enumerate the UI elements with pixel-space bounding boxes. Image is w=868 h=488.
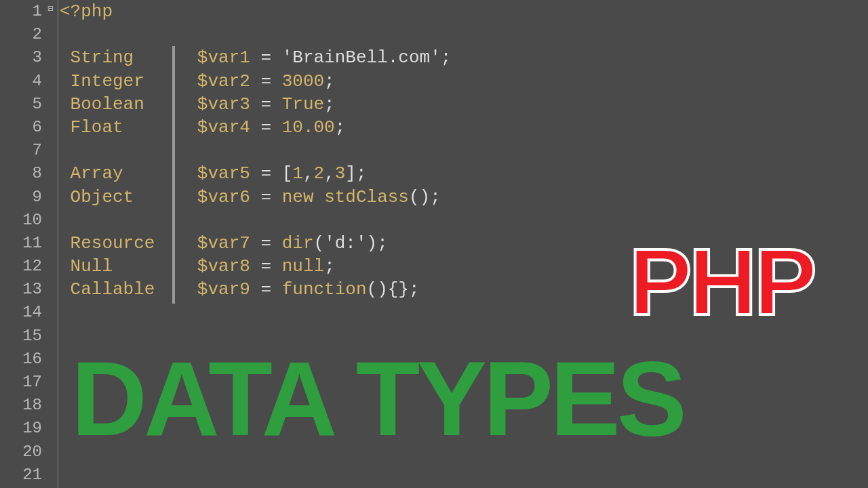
line-number: 5 — [0, 93, 49, 116]
line-number: 7 — [0, 139, 49, 162]
fold-column: ⊟ — [49, 0, 58, 488]
line-number: 17 — [0, 371, 49, 394]
line-number: 16 — [0, 348, 49, 371]
line-number: 1 — [0, 0, 49, 23]
vertical-divider — [172, 46, 175, 304]
code-line: <?php — [60, 0, 868, 23]
overlay-title-php: PHP — [629, 227, 814, 337]
code-line: Array $var5 = [1,2,3]; — [60, 162, 868, 185]
line-number: 18 — [0, 394, 49, 417]
line-gutter: 1 2 3 4 5 6 7 8 9 10 11 12 13 14 15 16 1… — [0, 0, 49, 488]
line-number: 19 — [0, 417, 49, 440]
code-line — [60, 464, 868, 487]
line-number: 10 — [0, 209, 49, 232]
code-line — [60, 139, 868, 162]
line-number: 4 — [0, 70, 49, 93]
line-number: 2 — [0, 23, 49, 46]
code-line: Object $var6 = new stdClass(); — [60, 186, 868, 209]
line-number: 20 — [0, 441, 49, 464]
code-line — [60, 23, 868, 46]
code-line: Integer $var2 = 3000; — [60, 70, 868, 93]
line-number: 14 — [0, 301, 49, 324]
line-number: 15 — [0, 325, 49, 348]
overlay-title-types: DATA TYPES — [71, 339, 684, 460]
php-open-tag: <?php — [60, 1, 113, 22]
fold-collapse-icon[interactable]: ⊟ — [47, 3, 56, 11]
line-number: 13 — [0, 278, 49, 301]
line-number: 11 — [0, 232, 49, 255]
line-number: 3 — [0, 46, 49, 69]
line-number: 9 — [0, 186, 49, 209]
line-number: 6 — [0, 116, 49, 139]
line-number: 8 — [0, 162, 49, 185]
code-line: Float $var4 = 10.00; — [60, 116, 868, 139]
line-number: 12 — [0, 255, 49, 278]
line-number: 21 — [0, 464, 49, 487]
code-line: Boolean $var3 = True; — [60, 93, 868, 116]
code-line: String $var1 = 'BrainBell.com'; — [60, 46, 868, 69]
